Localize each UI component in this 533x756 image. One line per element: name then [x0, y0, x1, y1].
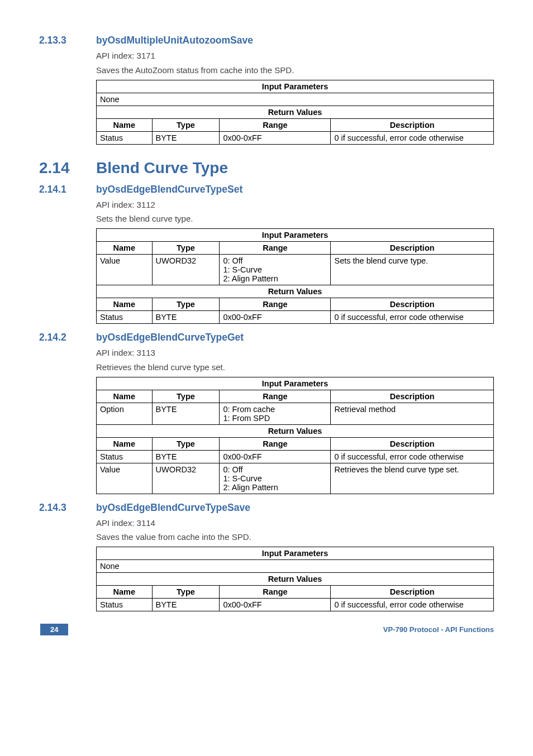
input-parameters-header: Input Parameters	[97, 229, 494, 242]
col-name: Name	[97, 118, 153, 131]
cell-desc: Sets the blend curve type.	[331, 255, 494, 285]
section-description: Saves the AutoZoom status from cache int…	[96, 64, 494, 76]
col-desc: Description	[331, 390, 494, 403]
api-index-line: API index: 3112	[96, 199, 494, 211]
section-title: byOsdEdgeBlendCurveTypeGet	[96, 332, 244, 343]
col-name: Name	[97, 242, 153, 255]
table-row: Value UWORD32 0: Off 1: S-Curve 2: Align…	[97, 463, 494, 494]
section-number: 2.14.3	[39, 502, 96, 514]
col-desc: Description	[331, 118, 494, 131]
cell-range: 0: Off 1: S-Curve 2: Align Pattern	[220, 255, 331, 285]
col-range: Range	[220, 437, 331, 450]
heading-2-13-3: 2.13.3 byOsdMultipleUnitAutozoomSave	[39, 35, 494, 46]
section-number: 2.14.2	[39, 332, 96, 343]
page-number-badge: 24	[40, 624, 68, 635]
heading-2-14-1: 2.14.1 byOsdEdgeBlendCurveTypeSet	[39, 184, 494, 195]
range-line: 0: Off	[223, 256, 242, 265]
input-parameters-header: Input Parameters	[97, 80, 494, 93]
cell-desc: 0 if successful, error code otherwise	[331, 131, 494, 144]
cell-range: 0x00-0xFF	[220, 311, 331, 324]
table-row: Option BYTE 0: From cache 1: From SPD Re…	[97, 403, 494, 424]
cell-desc: 0 if successful, error code otherwise	[331, 599, 494, 611]
cell-type: UWORD32	[152, 255, 220, 285]
cell-desc: 0 if successful, error code otherwise	[331, 450, 494, 463]
cell-type: BYTE	[152, 311, 220, 324]
col-desc: Description	[331, 437, 494, 450]
col-type: Type	[152, 118, 220, 131]
section-number: 2.14.1	[39, 184, 96, 195]
range-line: 0: From cache	[223, 405, 275, 414]
cell-name: Status	[97, 599, 153, 611]
return-values-header: Return Values	[97, 573, 494, 586]
col-desc: Description	[331, 298, 494, 311]
footer-title: VP-790 Protocol - API Functions	[383, 625, 494, 634]
table-row: Status BYTE 0x00-0xFF 0 if successful, e…	[97, 599, 494, 611]
cell-name: Status	[97, 311, 153, 324]
cell-name: Status	[97, 450, 153, 463]
cell-desc: 0 if successful, error code otherwise	[331, 311, 494, 324]
cell-type: BYTE	[152, 403, 220, 424]
range-line: 2: Align Pattern	[223, 483, 278, 492]
input-none-cell: None	[97, 93, 494, 106]
heading-2-14-3: 2.14.3 byOsdEdgeBlendCurveTypeSave	[39, 502, 494, 514]
section-description: Saves the value from cache into the SPD.	[96, 531, 494, 543]
cell-type: BYTE	[152, 131, 220, 144]
heading-2-14: 2.14 Blend Curve Type	[39, 159, 494, 177]
table-2-14-1: Input Parameters Name Type Range Descrip…	[96, 228, 494, 324]
page-footer: 24 VP-790 Protocol - API Functions	[39, 624, 494, 635]
range-line: 1: S-Curve	[223, 474, 261, 483]
section-number: 2.14	[39, 159, 96, 177]
cell-range: 0: From cache 1: From SPD	[220, 403, 331, 424]
col-range: Range	[220, 118, 331, 131]
table-2-13-3: Input Parameters None Return Values Name…	[96, 80, 494, 145]
col-range: Range	[220, 586, 331, 599]
cell-name: Option	[97, 403, 153, 424]
range-line: 0: Off	[223, 465, 242, 474]
cell-range: 0x00-0xFF	[220, 450, 331, 463]
col-name: Name	[97, 390, 153, 403]
input-parameters-header: Input Parameters	[97, 547, 494, 560]
cell-range: 0x00-0xFF	[220, 599, 331, 611]
range-line: 1: S-Curve	[223, 265, 261, 274]
table-row: Status BYTE 0x00-0xFF 0 if successful, e…	[97, 131, 494, 144]
api-index-line: API index: 3114	[96, 517, 494, 529]
col-range: Range	[220, 390, 331, 403]
cell-type: UWORD32	[152, 463, 220, 494]
heading-2-14-2: 2.14.2 byOsdEdgeBlendCurveTypeGet	[39, 332, 494, 343]
cell-type: BYTE	[152, 599, 220, 611]
return-values-header: Return Values	[97, 106, 494, 118]
api-index-line: API index: 3171	[96, 50, 494, 62]
section-title: byOsdMultipleUnitAutozoomSave	[96, 35, 253, 46]
input-none-cell: None	[97, 560, 494, 573]
section-title: Blend Curve Type	[96, 159, 228, 177]
col-name: Name	[97, 298, 153, 311]
section-description: Sets the blend curve type.	[96, 213, 494, 225]
col-type: Type	[152, 390, 220, 403]
cell-desc: Retrieval method	[331, 403, 494, 424]
range-line: 1: From SPD	[223, 414, 270, 423]
table-row: Status BYTE 0x00-0xFF 0 if successful, e…	[97, 311, 494, 324]
col-name: Name	[97, 586, 153, 599]
section-description: Retrieves the blend curve type set.	[96, 361, 494, 374]
input-parameters-header: Input Parameters	[97, 377, 494, 390]
cell-name: Value	[97, 255, 153, 285]
cell-name: Status	[97, 131, 153, 144]
cell-range: 0x00-0xFF	[220, 131, 331, 144]
table-2-14-3: Input Parameters None Return Values Name…	[96, 547, 494, 611]
range-line: 2: Align Pattern	[223, 274, 278, 283]
api-index-line: API index: 3113	[96, 347, 494, 359]
col-name: Name	[97, 437, 153, 450]
section-title: byOsdEdgeBlendCurveTypeSet	[96, 184, 242, 195]
col-type: Type	[152, 437, 220, 450]
cell-name: Value	[97, 463, 153, 494]
table-row: Status BYTE 0x00-0xFF 0 if successful, e…	[97, 450, 494, 463]
col-desc: Description	[331, 242, 494, 255]
cell-range: 0: Off 1: S-Curve 2: Align Pattern	[220, 463, 331, 494]
return-values-header: Return Values	[97, 285, 494, 298]
col-type: Type	[152, 298, 220, 311]
col-range: Range	[220, 298, 331, 311]
col-type: Type	[152, 242, 220, 255]
col-range: Range	[220, 242, 331, 255]
table-2-14-2: Input Parameters Name Type Range Descrip…	[96, 377, 494, 494]
cell-type: BYTE	[152, 450, 220, 463]
